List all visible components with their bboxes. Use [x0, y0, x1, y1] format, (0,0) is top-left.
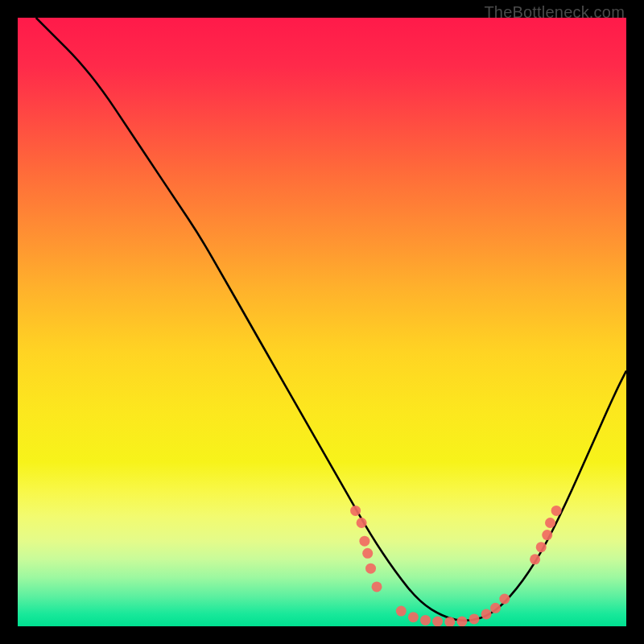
- marker-dot: [420, 615, 431, 625]
- bottleneck-curve: [36, 18, 626, 621]
- bottleneck-chart: [18, 18, 626, 626]
- marker-dot: [408, 612, 419, 622]
- marker-dot: [350, 506, 361, 516]
- marker-dot: [357, 518, 367, 528]
- marker-dot: [359, 536, 369, 547]
- marker-dot: [481, 609, 492, 619]
- sample-points: [350, 506, 561, 626]
- marker-dot: [362, 548, 373, 559]
- marker-dot: [372, 581, 382, 592]
- marker-dot: [536, 542, 547, 552]
- marker-dot: [542, 530, 552, 540]
- marker-dot: [530, 554, 540, 564]
- marker-dot: [545, 518, 555, 528]
- marker-dot: [456, 617, 467, 627]
- marker-dot: [432, 617, 443, 627]
- marker-dot: [396, 606, 407, 617]
- marker-dot: [499, 594, 510, 605]
- marker-dot: [365, 564, 376, 574]
- marker-dot: [469, 613, 480, 624]
- marker-dot: [551, 506, 562, 516]
- marker-dot: [490, 603, 501, 613]
